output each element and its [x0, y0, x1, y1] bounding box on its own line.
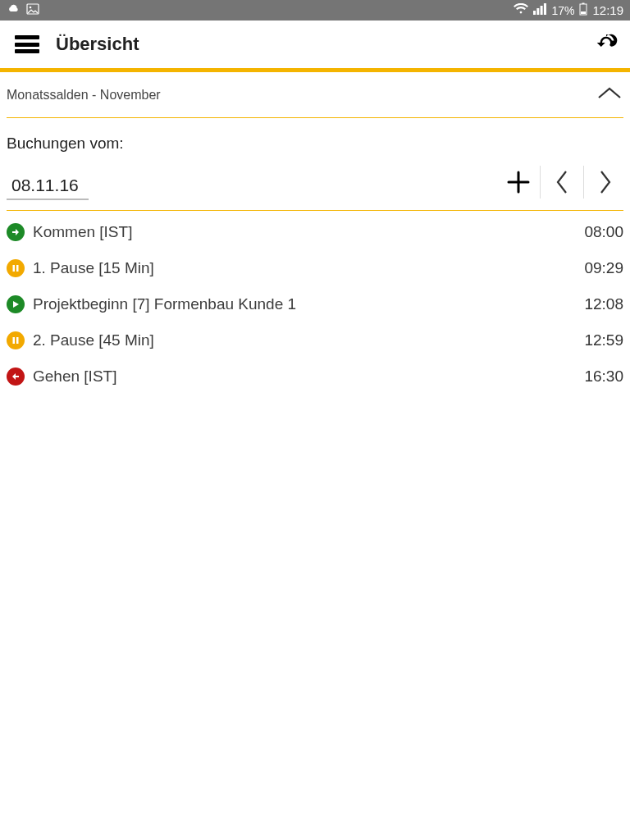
pause-icon	[7, 331, 25, 349]
separator	[583, 166, 584, 199]
next-day-button[interactable]	[587, 164, 623, 200]
svg-rect-5	[13, 265, 16, 272]
entry-time: 16:30	[584, 368, 623, 386]
signal-icon	[533, 3, 546, 17]
svg-rect-3	[582, 3, 585, 5]
play-icon	[7, 295, 25, 313]
arrive-icon	[7, 223, 25, 241]
menu-button[interactable]	[15, 35, 39, 53]
pause-icon	[7, 259, 25, 277]
prev-day-button[interactable]	[544, 164, 580, 200]
leave-icon	[7, 368, 25, 386]
cloud-icon	[7, 3, 20, 17]
entry-row[interactable]: 1. Pause [15 Min]09:29	[7, 250, 623, 286]
svg-rect-8	[16, 337, 19, 344]
svg-rect-7	[13, 337, 16, 344]
image-icon	[26, 3, 39, 17]
entry-row[interactable]: 2. Pause [45 Min]12:59	[7, 322, 623, 358]
entry-time: 12:59	[584, 331, 623, 349]
page-title: Übersicht	[56, 34, 139, 55]
add-entry-button[interactable]	[500, 164, 536, 200]
entry-time: 09:29	[584, 259, 623, 277]
battery-icon	[579, 2, 587, 18]
entry-row[interactable]: Gehen [IST]16:30	[7, 358, 623, 395]
entry-label: 2. Pause [45 Min]	[33, 331, 154, 349]
status-bar: 17% 12:19	[0, 0, 630, 21]
entry-row[interactable]: Kommen [IST]08:00	[7, 214, 623, 250]
refresh-button[interactable]	[594, 30, 619, 58]
entry-label: 1. Pause [15 Min]	[33, 259, 154, 277]
date-input[interactable]	[7, 174, 89, 200]
entry-row[interactable]: Projektbeginn [7] Formenbau Kunde 112:08	[7, 286, 623, 322]
status-clock: 12:19	[592, 3, 623, 17]
chevron-up-icon	[596, 85, 623, 105]
entry-list: Kommen [IST]08:001. Pause [15 Min]09:29P…	[0, 211, 630, 395]
svg-rect-4	[581, 11, 586, 14]
battery-percent: 17%	[551, 4, 574, 17]
svg-point-1	[30, 7, 32, 9]
month-balance-label: Monatssalden - November	[7, 88, 161, 103]
entry-label: Kommen [IST]	[33, 223, 132, 241]
month-balance-header[interactable]: Monatssalden - November	[7, 72, 623, 118]
entry-time: 12:08	[584, 295, 623, 313]
svg-rect-6	[16, 265, 19, 272]
app-bar: Übersicht	[0, 21, 630, 68]
entry-label: Projektbeginn [7] Formenbau Kunde 1	[33, 295, 296, 313]
separator	[540, 166, 541, 199]
wifi-icon	[514, 3, 528, 17]
entry-time: 08:00	[584, 223, 623, 241]
entry-label: Gehen [IST]	[33, 368, 116, 386]
bookings-label: Buchungen vom:	[7, 135, 623, 153]
